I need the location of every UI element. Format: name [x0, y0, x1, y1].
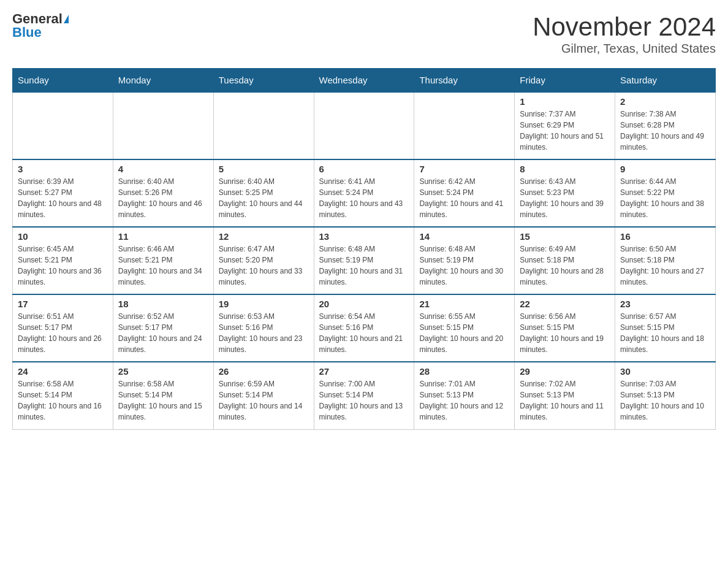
day-number: 1: [520, 96, 610, 107]
day-info: Sunrise: 6:40 AM Sunset: 5:26 PM Dayligh…: [118, 176, 208, 220]
day-number: 8: [520, 164, 610, 174]
day-info: Sunrise: 6:47 AM Sunset: 5:20 PM Dayligh…: [219, 243, 309, 288]
calendar-subtitle: Gilmer, Texas, United States: [533, 42, 716, 56]
day-info: Sunrise: 6:53 AM Sunset: 5:16 PM Dayligh…: [219, 311, 309, 355]
title-block: November 2024 Gilmer, Texas, United Stat…: [533, 12, 716, 56]
day-number: 11: [118, 231, 208, 242]
day-number: 16: [620, 231, 710, 242]
calendar-cell: 9Sunrise: 6:44 AM Sunset: 5:22 PM Daylig…: [615, 159, 716, 227]
day-number: 14: [419, 231, 509, 242]
day-header-tuesday: Tuesday: [213, 69, 314, 93]
day-number: 25: [118, 366, 208, 377]
day-header-wednesday: Wednesday: [314, 69, 414, 93]
day-info: Sunrise: 6:40 AM Sunset: 5:25 PM Dayligh…: [219, 176, 309, 220]
day-number: 15: [520, 231, 610, 242]
day-number: 21: [419, 299, 509, 309]
day-number: 30: [620, 366, 710, 377]
day-number: 24: [18, 366, 108, 377]
calendar-title: November 2024: [533, 12, 716, 42]
logo-general-text: General: [12, 12, 63, 26]
day-number: 19: [219, 299, 309, 309]
week-row-4: 24Sunrise: 6:58 AM Sunset: 5:14 PM Dayli…: [13, 362, 716, 429]
calendar-cell: 14Sunrise: 6:48 AM Sunset: 5:19 PM Dayli…: [414, 227, 515, 294]
week-row-1: 3Sunrise: 6:39 AM Sunset: 5:27 PM Daylig…: [13, 159, 716, 227]
calendar-cell: 8Sunrise: 6:43 AM Sunset: 5:23 PM Daylig…: [515, 159, 615, 227]
day-number: 10: [18, 231, 108, 242]
day-number: 3: [18, 164, 108, 174]
day-info: Sunrise: 7:02 AM Sunset: 5:13 PM Dayligh…: [520, 378, 610, 423]
day-number: 26: [219, 366, 309, 377]
day-number: 2: [620, 96, 710, 107]
calendar-cell: 7Sunrise: 6:42 AM Sunset: 5:24 PM Daylig…: [414, 159, 515, 227]
calendar-cell: 25Sunrise: 6:58 AM Sunset: 5:14 PM Dayli…: [113, 362, 213, 429]
calendar-cell: 10Sunrise: 6:45 AM Sunset: 5:21 PM Dayli…: [13, 227, 113, 294]
calendar-cell: 23Sunrise: 6:57 AM Sunset: 5:15 PM Dayli…: [615, 294, 716, 362]
day-info: Sunrise: 7:00 AM Sunset: 5:14 PM Dayligh…: [319, 378, 409, 423]
day-info: Sunrise: 6:55 AM Sunset: 5:15 PM Dayligh…: [419, 311, 509, 355]
calendar-cell: 22Sunrise: 6:56 AM Sunset: 5:15 PM Dayli…: [515, 294, 615, 362]
day-number: 18: [118, 299, 208, 309]
calendar-cell: 24Sunrise: 6:58 AM Sunset: 5:14 PM Dayli…: [13, 362, 113, 429]
day-info: Sunrise: 7:03 AM Sunset: 5:13 PM Dayligh…: [620, 378, 710, 423]
day-number: 22: [520, 299, 610, 309]
day-info: Sunrise: 6:50 AM Sunset: 5:18 PM Dayligh…: [620, 243, 710, 288]
day-number: 6: [319, 164, 409, 174]
day-info: Sunrise: 7:38 AM Sunset: 6:28 PM Dayligh…: [620, 109, 710, 153]
calendar-cell: 3Sunrise: 6:39 AM Sunset: 5:27 PM Daylig…: [13, 159, 113, 227]
day-info: Sunrise: 6:57 AM Sunset: 5:15 PM Dayligh…: [620, 311, 710, 355]
calendar-cell: 15Sunrise: 6:49 AM Sunset: 5:18 PM Dayli…: [515, 227, 615, 294]
day-info: Sunrise: 6:54 AM Sunset: 5:16 PM Dayligh…: [319, 311, 409, 355]
calendar-cell: 26Sunrise: 6:59 AM Sunset: 5:14 PM Dayli…: [213, 362, 314, 429]
day-number: 28: [419, 366, 509, 377]
calendar-cell: 28Sunrise: 7:01 AM Sunset: 5:13 PM Dayli…: [414, 362, 515, 429]
day-info: Sunrise: 6:45 AM Sunset: 5:21 PM Dayligh…: [18, 243, 108, 288]
calendar-cell: 20Sunrise: 6:54 AM Sunset: 5:16 PM Dayli…: [314, 294, 414, 362]
calendar-cell: [13, 92, 113, 159]
day-number: 9: [620, 164, 710, 174]
day-info: Sunrise: 6:56 AM Sunset: 5:15 PM Dayligh…: [520, 311, 610, 355]
calendar-cell: 5Sunrise: 6:40 AM Sunset: 5:25 PM Daylig…: [213, 159, 314, 227]
day-number: 4: [118, 164, 208, 174]
day-header-sunday: Sunday: [13, 69, 113, 93]
calendar-cell: 12Sunrise: 6:47 AM Sunset: 5:20 PM Dayli…: [213, 227, 314, 294]
logo: General Blue: [12, 12, 69, 39]
day-info: Sunrise: 6:43 AM Sunset: 5:23 PM Dayligh…: [520, 176, 610, 220]
calendar-body: 1Sunrise: 7:37 AM Sunset: 6:29 PM Daylig…: [13, 92, 716, 429]
day-number: 29: [520, 366, 610, 377]
day-number: 5: [219, 164, 309, 174]
logo-blue-text: Blue: [12, 26, 42, 39]
calendar-cell: 18Sunrise: 6:52 AM Sunset: 5:17 PM Dayli…: [113, 294, 213, 362]
day-number: 12: [219, 231, 309, 242]
day-info: Sunrise: 7:01 AM Sunset: 5:13 PM Dayligh…: [419, 378, 509, 423]
calendar-cell: 1Sunrise: 7:37 AM Sunset: 6:29 PM Daylig…: [515, 92, 615, 159]
calendar-cell: 2Sunrise: 7:38 AM Sunset: 6:28 PM Daylig…: [615, 92, 716, 159]
day-info: Sunrise: 6:46 AM Sunset: 5:21 PM Dayligh…: [118, 243, 208, 288]
calendar-cell: 19Sunrise: 6:53 AM Sunset: 5:16 PM Dayli…: [213, 294, 314, 362]
logo-triangle-icon: [64, 15, 69, 23]
calendar-table: SundayMondayTuesdayWednesdayThursdayFrid…: [12, 68, 716, 430]
day-info: Sunrise: 6:52 AM Sunset: 5:17 PM Dayligh…: [118, 311, 208, 355]
day-number: 13: [319, 231, 409, 242]
day-info: Sunrise: 6:39 AM Sunset: 5:27 PM Dayligh…: [18, 176, 108, 220]
day-header-friday: Friday: [515, 69, 615, 93]
day-header-monday: Monday: [113, 69, 213, 93]
calendar-cell: 13Sunrise: 6:48 AM Sunset: 5:19 PM Dayli…: [314, 227, 414, 294]
days-of-week-row: SundayMondayTuesdayWednesdayThursdayFrid…: [13, 69, 716, 93]
calendar-cell: 11Sunrise: 6:46 AM Sunset: 5:21 PM Dayli…: [113, 227, 213, 294]
calendar-cell: [113, 92, 213, 159]
day-number: 23: [620, 299, 710, 309]
day-info: Sunrise: 6:44 AM Sunset: 5:22 PM Dayligh…: [620, 176, 710, 220]
day-info: Sunrise: 6:58 AM Sunset: 5:14 PM Dayligh…: [18, 378, 108, 423]
day-header-thursday: Thursday: [414, 69, 515, 93]
day-info: Sunrise: 6:48 AM Sunset: 5:19 PM Dayligh…: [319, 243, 409, 288]
calendar-cell: 4Sunrise: 6:40 AM Sunset: 5:26 PM Daylig…: [113, 159, 213, 227]
day-info: Sunrise: 6:51 AM Sunset: 5:17 PM Dayligh…: [18, 311, 108, 355]
day-number: 7: [419, 164, 509, 174]
day-info: Sunrise: 6:42 AM Sunset: 5:24 PM Dayligh…: [419, 176, 509, 220]
calendar-cell: [314, 92, 414, 159]
calendar-cell: 30Sunrise: 7:03 AM Sunset: 5:13 PM Dayli…: [615, 362, 716, 429]
day-info: Sunrise: 6:49 AM Sunset: 5:18 PM Dayligh…: [520, 243, 610, 288]
calendar-cell: [414, 92, 515, 159]
calendar-cell: 27Sunrise: 7:00 AM Sunset: 5:14 PM Dayli…: [314, 362, 414, 429]
week-row-3: 17Sunrise: 6:51 AM Sunset: 5:17 PM Dayli…: [13, 294, 716, 362]
